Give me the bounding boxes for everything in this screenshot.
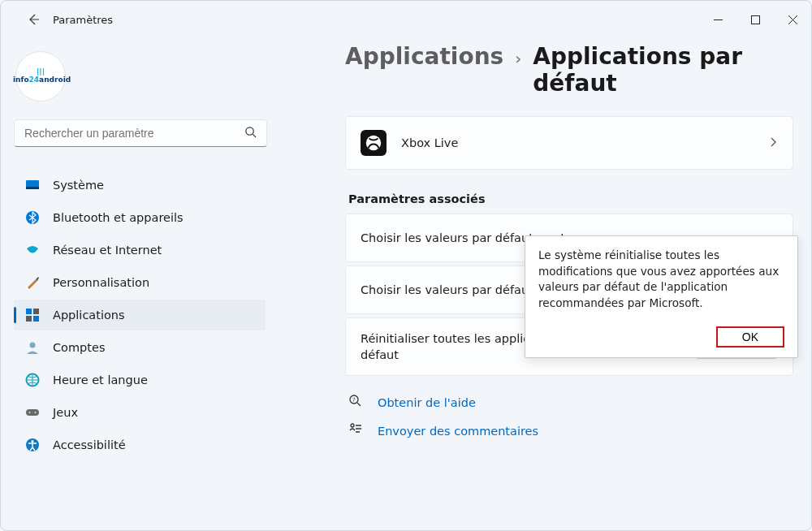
globe-icon	[25, 373, 40, 387]
support-links: ? Obtenir de l'aide Envoyer des commenta…	[345, 394, 793, 439]
user-icon	[25, 340, 40, 355]
sidebar-item-personalization[interactable]: Personnalisation	[14, 267, 266, 298]
feedback-icon	[348, 422, 365, 439]
svg-rect-11	[26, 409, 39, 416]
avatar[interactable]: ||| info24android	[15, 51, 66, 101]
svg-rect-6	[33, 309, 39, 314]
sidebar-item-label: Applications	[53, 309, 125, 322]
svg-point-15	[31, 440, 33, 442]
ok-button[interactable]: OK	[716, 326, 784, 348]
search-box[interactable]	[14, 119, 267, 147]
reset-confirmation-dialog: Le système réinitialise toutes les modif…	[525, 235, 798, 358]
sidebar-item-network[interactable]: Réseau et Internet	[14, 235, 266, 266]
svg-point-12	[29, 412, 31, 413]
titlebar: Paramètres	[1, 1, 811, 38]
help-link[interactable]: ? Obtenir de l'aide	[348, 394, 793, 411]
feedback-link[interactable]: Envoyer des commentaires	[348, 422, 793, 439]
xbox-icon	[361, 130, 387, 156]
bluetooth-icon	[25, 210, 40, 225]
svg-point-1	[246, 127, 253, 135]
breadcrumb: Applications › Applications par défaut	[345, 43, 793, 97]
gamepad-icon	[25, 405, 40, 420]
system-icon	[25, 178, 40, 192]
sidebar-item-label: Bluetooth et appareils	[53, 211, 184, 224]
minimize-button[interactable]	[699, 1, 736, 38]
window-controls	[699, 1, 811, 38]
search-icon	[244, 126, 257, 140]
close-button[interactable]	[774, 1, 811, 38]
sidebar-item-time-language[interactable]: Heure et langue	[14, 365, 266, 395]
svg-point-16	[366, 136, 381, 150]
breadcrumb-current: Applications par défaut	[533, 43, 793, 97]
svg-rect-7	[26, 316, 32, 322]
sidebar-item-accounts[interactable]: Comptes	[14, 332, 266, 363]
sidebar-item-label: Réseau et Internet	[53, 244, 162, 257]
feedback-link-label: Envoyer des commentaires	[378, 425, 538, 438]
dialog-message: Le système réinitialise toutes les modif…	[538, 248, 784, 312]
chevron-right-icon: ›	[515, 49, 521, 68]
sidebar-item-label: Système	[53, 179, 104, 192]
sidebar-item-gaming[interactable]: Jeux	[14, 397, 266, 428]
sidebar-item-accessibility[interactable]: Accessibilité	[14, 430, 266, 460]
maximize-button[interactable]	[736, 1, 774, 38]
app-card-label: Xbox Live	[401, 136, 754, 149]
sidebar-item-applications[interactable]: Applications	[14, 300, 266, 330]
sidebar-item-bluetooth[interactable]: Bluetooth et appareils	[14, 202, 266, 233]
breadcrumb-parent[interactable]: Applications	[345, 43, 503, 70]
app-card-xbox-live[interactable]: Xbox Live	[345, 116, 793, 170]
related-settings-heading: Paramètres associés	[348, 192, 793, 205]
svg-point-19	[351, 424, 354, 427]
sidebar-item-label: Heure et langue	[53, 373, 148, 386]
svg-rect-8	[33, 316, 39, 322]
help-icon: ?	[348, 394, 365, 411]
nav-list: Système Bluetooth et appareils Réseau et…	[14, 170, 266, 460]
sidebar-item-label: Personnalisation	[53, 276, 149, 289]
help-link-label: Obtenir de l'aide	[378, 396, 476, 409]
svg-text:?: ?	[352, 397, 356, 404]
sidebar-item-label: Jeux	[53, 406, 78, 419]
svg-rect-3	[26, 187, 39, 189]
sidebar-item-system[interactable]: Système	[14, 170, 266, 201]
accessibility-icon	[25, 438, 40, 452]
window-title: Paramètres	[53, 14, 113, 26]
back-button[interactable]	[19, 5, 48, 34]
svg-rect-0	[751, 15, 759, 24]
sidebar-item-label: Accessibilité	[53, 438, 126, 451]
apps-icon	[25, 308, 40, 322]
svg-rect-5	[26, 309, 32, 314]
brush-icon	[25, 275, 40, 290]
search-input[interactable]	[24, 127, 244, 140]
svg-point-9	[30, 343, 36, 348]
chevron-right-icon	[768, 136, 778, 149]
wifi-icon	[25, 243, 40, 257]
sidebar-item-label: Comptes	[53, 341, 106, 354]
svg-point-13	[35, 412, 37, 413]
sidebar: ||| info24android Système Bluetooth et a…	[1, 38, 275, 531]
